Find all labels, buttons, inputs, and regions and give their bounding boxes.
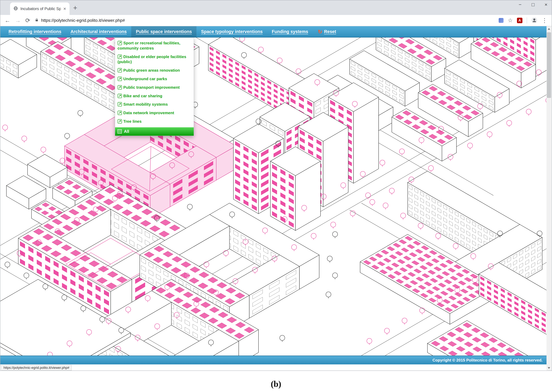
dropdown-item[interactable]: Bike and car sharing	[115, 92, 194, 100]
tab-favicon-globe-icon	[14, 6, 18, 11]
dropdown-item[interactable]: Smart mobility systems	[115, 100, 194, 109]
dropdown-item[interactable]: Underground car parks	[115, 75, 194, 83]
window-close-button[interactable]: ×	[545, 2, 547, 7]
reset-button[interactable]: ↻ Reset	[318, 26, 336, 37]
layer-icon	[117, 55, 122, 59]
public-space-dropdown: Sport or recreational facilities, commun…	[115, 37, 194, 136]
tab-title: Incubators of Public Spaces	[21, 7, 61, 11]
status-link-bubble: https://polytechnic-egrid.polito.it/view…	[1, 365, 72, 371]
url-text: https://polytechnic-egrid.polito.it/view…	[41, 18, 125, 23]
app-toolbar: Retrofitting interventions Architectural…	[0, 26, 547, 37]
city-map[interactable]	[0, 37, 547, 356]
browser-tab[interactable]: Incubators of Public Spaces ×	[10, 2, 69, 15]
tab-close-icon[interactable]: ×	[63, 6, 66, 11]
profile-avatar[interactable]	[531, 17, 537, 24]
window-minimize-button[interactable]: −	[519, 2, 522, 7]
app-footer: Copyright © 2015 Politecnico di Torino, …	[0, 356, 547, 364]
dropdown-item[interactable]: Disabled or elder people facilities (pub…	[115, 53, 194, 66]
back-button[interactable]: ←	[5, 17, 10, 24]
layer-icon	[117, 119, 122, 124]
menu-architectural-interventions[interactable]: Architectural interventions	[66, 26, 131, 37]
layer-icon	[117, 77, 122, 81]
scroll-down-arrow-icon[interactable]	[546, 365, 551, 371]
browser-menu-icon[interactable]: ⋮	[542, 17, 547, 24]
tab-strip: Incubators of Public Spaces × + − □ ×	[0, 0, 552, 15]
screenshot-root: Incubators of Public Spaces × + − □ × ← …	[0, 0, 552, 392]
dropdown-item[interactable]: Sport or recreational facilities, commun…	[115, 39, 194, 53]
menu-retrofitting-interventions[interactable]: Retrofitting interventions	[4, 26, 66, 37]
reload-button[interactable]: ⟳	[25, 17, 30, 24]
dropdown-item[interactable]: Public transport improvement	[115, 83, 194, 92]
address-bar[interactable]: https://polytechnic-egrid.polito.it/view…	[35, 18, 494, 23]
checkbox-icon	[117, 129, 122, 133]
city-map-canvas[interactable]	[0, 37, 547, 356]
menu-funding-systems[interactable]: Funding systems	[267, 26, 313, 37]
menu-public-space-interventions[interactable]: Public space interventions	[131, 26, 196, 37]
adobe-extension-icon[interactable]: A	[517, 18, 522, 23]
divider	[527, 17, 527, 23]
dropdown-item[interactable]: Data network improvement	[115, 109, 194, 117]
forward-button[interactable]: →	[15, 17, 21, 24]
dropdown-item-all[interactable]: All	[115, 127, 194, 136]
layer-icon	[117, 94, 122, 98]
copyright-text: Copyright © 2015 Politecnico di Torino, …	[433, 358, 543, 363]
bookmark-star-icon[interactable]: ☆	[508, 17, 513, 24]
scroll-up-arrow-icon[interactable]	[546, 26, 551, 31]
dropdown-item[interactable]: Tree lines	[115, 117, 194, 126]
browser-window: Incubators of Public Spaces × + − □ × ← …	[0, 0, 552, 371]
address-bar-row: ← → ⟳ https://polytechnic-egrid.polito.i…	[0, 15, 552, 26]
dropdown-item[interactable]: Public green areas renovation	[115, 66, 194, 75]
reset-icon: ↻	[318, 29, 322, 35]
layer-icon	[117, 102, 122, 107]
window-maximize-button[interactable]: □	[531, 2, 534, 7]
layer-icon	[117, 111, 122, 115]
layer-icon	[117, 41, 122, 45]
scrollbar-thumb[interactable]	[547, 32, 551, 98]
extension-icon[interactable]	[499, 18, 504, 23]
figure-caption: (b)	[0, 379, 552, 389]
lock-icon	[35, 18, 39, 23]
layer-icon	[117, 85, 122, 90]
page-scrollbar[interactable]	[546, 26, 551, 371]
layer-icon	[117, 68, 122, 73]
menu-space-typology-interventions[interactable]: Space typology interventions	[196, 26, 267, 37]
new-tab-button[interactable]: +	[73, 4, 77, 12]
